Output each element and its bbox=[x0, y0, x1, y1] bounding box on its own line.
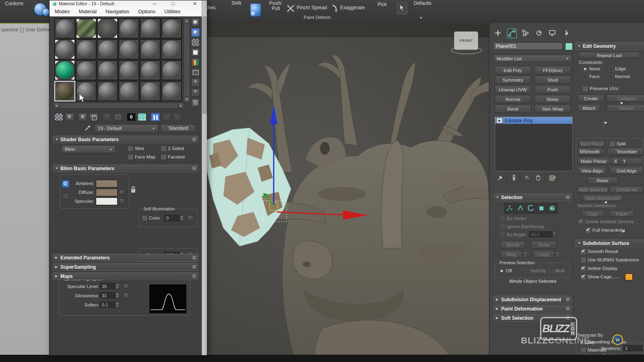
by-angle-value[interactable]: 45.0 bbox=[529, 231, 552, 237]
scroll-left-icon[interactable]: ◄ bbox=[54, 103, 60, 109]
material-slot[interactable] bbox=[76, 60, 97, 80]
delete-isolated-vertices-checkbox[interactable]: Delete Isolated Vertices bbox=[579, 219, 634, 224]
edge-mode-icon[interactable] bbox=[517, 205, 524, 212]
motion-tab-icon[interactable] bbox=[535, 29, 543, 37]
material-slot[interactable] bbox=[97, 60, 118, 80]
modifier-button[interactable]: Shell bbox=[535, 76, 571, 84]
copy-button[interactable]: Copy bbox=[582, 210, 604, 217]
video-color-check-icon[interactable] bbox=[191, 58, 200, 67]
self-illum-spinner[interactable] bbox=[180, 215, 184, 221]
material-slot[interactable] bbox=[97, 39, 118, 60]
pinch-spread-icon[interactable] bbox=[286, 4, 295, 13]
material-name-dropdown[interactable]: 19 - Default bbox=[95, 124, 158, 132]
close-button[interactable]: ✕ bbox=[190, 0, 200, 6]
slot-vertical-scrollbar[interactable]: ▲ ▼ bbox=[184, 18, 190, 103]
material-slot[interactable] bbox=[140, 18, 161, 39]
menu-item[interactable]: Utilities bbox=[164, 9, 180, 14]
constraint-face-radio[interactable]: Face bbox=[583, 74, 600, 79]
backlight-icon[interactable] bbox=[191, 28, 200, 37]
modifier-stack[interactable]: ▶ Editable Poly bbox=[495, 117, 573, 171]
sample-tiling-icon[interactable] bbox=[191, 48, 200, 57]
rollout-edit-geometry[interactable]: ▼ Edit Geometry bbox=[575, 42, 644, 50]
element-mode-icon[interactable] bbox=[549, 205, 556, 212]
lock-diffuse-specular-icon[interactable] bbox=[62, 193, 69, 200]
maximize-button[interactable]: ▢ bbox=[168, 0, 178, 6]
attach-button[interactable]: Attach bbox=[578, 104, 600, 112]
collapsed-rollout[interactable]: ▶ Maps bbox=[53, 272, 198, 280]
glossiness-map-button[interactable] bbox=[123, 293, 128, 298]
scroll-up-icon[interactable]: ▲ bbox=[184, 18, 190, 24]
specular-level-spinner[interactable] bbox=[115, 283, 120, 289]
collapse-button[interactable]: Collapse bbox=[607, 95, 644, 102]
self-illum-value[interactable]: 0 bbox=[164, 215, 180, 221]
material-slot[interactable] bbox=[54, 39, 75, 60]
minimize-button[interactable]: — bbox=[149, 0, 160, 6]
slice-plane-button[interactable]: Slice Plane bbox=[579, 140, 605, 147]
reset-map-icon[interactable] bbox=[89, 113, 98, 121]
repeat-last-button[interactable]: Repeat Last bbox=[579, 52, 640, 59]
specular-level-map-button[interactable] bbox=[123, 284, 128, 289]
show-end-result-icon[interactable] bbox=[510, 174, 518, 183]
constraint-none-radio[interactable]: None bbox=[583, 66, 601, 71]
get-material-icon[interactable] bbox=[54, 113, 63, 121]
attach-settings-icon[interactable] bbox=[603, 120, 604, 128]
rollout-shader-basic[interactable]: ▼ Shader Basic Parameters bbox=[53, 136, 198, 143]
soften-value[interactable]: 0.1 bbox=[100, 302, 115, 308]
material-type-button[interactable]: Standard bbox=[161, 124, 196, 132]
defaults-dropdown-icon[interactable]: ▼ bbox=[419, 16, 423, 20]
material-slot[interactable] bbox=[118, 60, 139, 80]
ring-spinner[interactable] bbox=[523, 251, 528, 258]
select-by-material-icon[interactable]: * bbox=[191, 88, 200, 97]
specular-map-button[interactable] bbox=[119, 198, 124, 204]
menu-item[interactable]: Material bbox=[79, 9, 97, 14]
view-cube-ring[interactable] bbox=[451, 46, 482, 54]
material-slot[interactable] bbox=[161, 39, 182, 60]
collapsed-rollout[interactable]: ▶ Paint Deformation bbox=[493, 305, 572, 313]
modifier-button[interactable]: Bend bbox=[495, 105, 531, 113]
put-to-library-icon[interactable] bbox=[114, 113, 122, 121]
polygon-mode-icon[interactable] bbox=[538, 205, 545, 212]
push-pull-label-line2[interactable]: Pull bbox=[272, 6, 280, 11]
configure-modifier-sets-icon[interactable] bbox=[549, 174, 556, 183]
defaults-label[interactable]: Defaults bbox=[414, 0, 431, 6]
slot-horizontal-scrollbar[interactable]: ◄ ► bbox=[54, 103, 184, 109]
material-slot[interactable] bbox=[140, 60, 161, 80]
scrollbar-thumb[interactable] bbox=[202, 16, 207, 114]
ignore-backfacing-checkbox[interactable]: Ignore Backfacing bbox=[500, 224, 544, 229]
push-pull-label-line1[interactable]: Push/ bbox=[269, 0, 282, 6]
modifier-list-dropdown[interactable]: Modifier List bbox=[493, 55, 572, 62]
preview-off-radio[interactable]: Off bbox=[500, 268, 512, 273]
planar-y-button[interactable]: Y bbox=[621, 157, 628, 165]
preview-subobj-radio[interactable]: SubObj bbox=[524, 268, 545, 273]
self-illum-color-checkbox[interactable] bbox=[142, 216, 147, 220]
pick-tool-icon[interactable] bbox=[397, 2, 407, 14]
remove-modifier-icon[interactable] bbox=[535, 174, 542, 183]
modifier-button[interactable]: Normal bbox=[495, 95, 531, 103]
grid-align-button[interactable]: Grid Align bbox=[610, 167, 644, 175]
pick-material-eyedropper-icon[interactable] bbox=[84, 124, 91, 132]
split-checkbox[interactable]: Split bbox=[610, 141, 625, 146]
two-sided-checkbox[interactable]: 2-Sided bbox=[161, 146, 184, 151]
material-slot[interactable] bbox=[118, 39, 139, 60]
constraint-normal-radio[interactable]: Normal bbox=[609, 74, 630, 79]
view-align-button[interactable]: View Align bbox=[578, 167, 607, 175]
use-nurms-checkbox[interactable]: Use NURMS Subdivision bbox=[581, 257, 639, 262]
preview-multi-radio[interactable]: Multi bbox=[549, 268, 565, 273]
pick-label[interactable]: Pick bbox=[378, 2, 387, 7]
vertex-mode-icon[interactable] bbox=[506, 205, 513, 212]
isoline-display-checkbox[interactable]: Isoline Display bbox=[581, 266, 617, 271]
constraint-edge-radio[interactable]: Edge bbox=[609, 66, 626, 71]
cage-color-swatch[interactable] bbox=[625, 274, 633, 280]
material-slot[interactable] bbox=[140, 81, 161, 101]
faceted-checkbox[interactable]: Faceted bbox=[161, 154, 185, 159]
shrink-button[interactable]: Shrink bbox=[500, 241, 525, 249]
modifier-button[interactable]: Skin Wrap bbox=[535, 105, 571, 113]
modifier-button[interactable]: Noise bbox=[535, 95, 571, 103]
put-to-scene-icon[interactable] bbox=[65, 113, 74, 121]
sample-type-icon[interactable] bbox=[191, 18, 200, 27]
material-slot[interactable] bbox=[54, 60, 75, 80]
unhide-all-button[interactable]: Unhide All bbox=[610, 186, 644, 193]
material-slot[interactable] bbox=[161, 81, 182, 101]
material-slot[interactable] bbox=[76, 39, 97, 60]
modifier-button[interactable]: Push bbox=[535, 85, 571, 94]
